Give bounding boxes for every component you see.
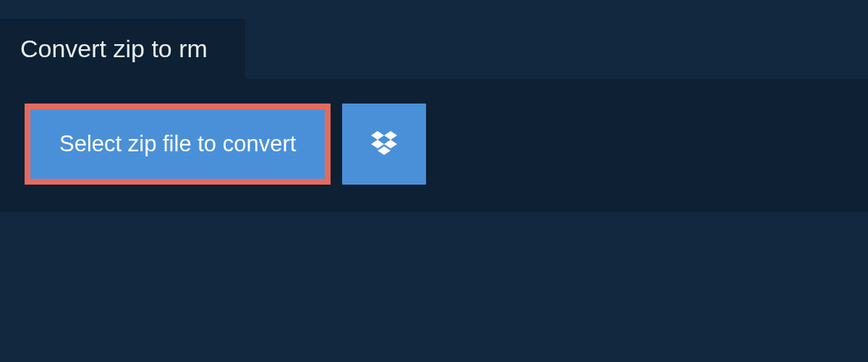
svg-marker-1 bbox=[384, 131, 397, 140]
tab-title-text: Convert zip to rm bbox=[20, 35, 208, 62]
select-file-button[interactable]: Select zip file to convert bbox=[30, 109, 325, 179]
svg-marker-4 bbox=[378, 146, 391, 155]
dropbox-button[interactable] bbox=[342, 104, 426, 185]
select-file-highlight-frame: Select zip file to convert bbox=[25, 104, 331, 185]
select-file-label: Select zip file to convert bbox=[59, 131, 296, 156]
svg-marker-3 bbox=[384, 140, 397, 148]
tab-title: Convert zip to rm bbox=[0, 19, 245, 79]
svg-marker-2 bbox=[371, 140, 384, 148]
upload-panel: Select zip file to convert bbox=[0, 79, 868, 212]
svg-marker-0 bbox=[371, 131, 384, 140]
dropbox-icon bbox=[370, 130, 399, 159]
